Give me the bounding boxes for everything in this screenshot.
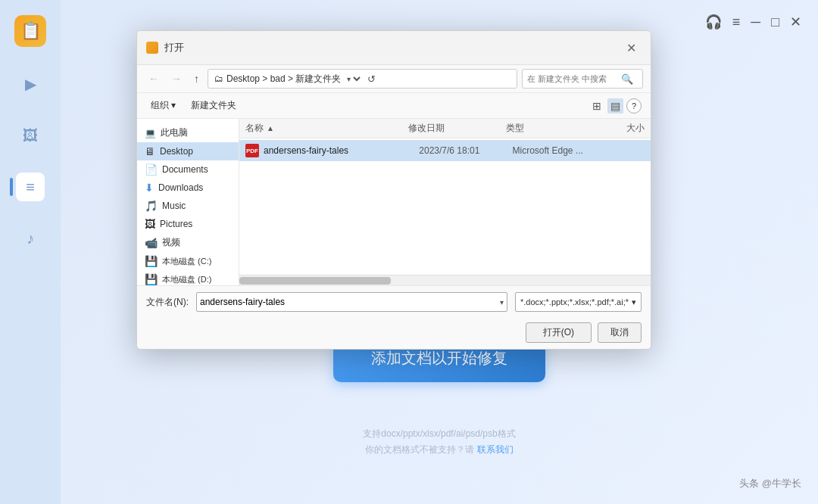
nav-up-button[interactable]: ↑ [190, 70, 203, 87]
sidebar-item-music[interactable]: ♪ [16, 224, 45, 253]
doc-icon: ≡ [26, 179, 35, 196]
nav-item-drive-c[interactable]: 💾 本地磁盘 (C:) [137, 252, 239, 270]
filetype-dropdown-icon: ▾ [632, 297, 636, 307]
col-size-label: 大小 [626, 123, 645, 133]
documents-icon: 📄 [145, 163, 158, 176]
search-icon: 🔍 [621, 73, 633, 85]
search-bar: 🔍 [522, 69, 643, 89]
file-list-header: 名称 ▲ 修改日期 类型 大小 [239, 119, 651, 138]
file-open-dialog: 打开 ✕ ← → ↑ 🗂 Desktop > bad > 新建文件夹 ▾ ↺ 🔍 [136, 30, 651, 350]
help-button[interactable]: ? [626, 98, 642, 114]
address-refresh-button[interactable]: ↺ [366, 72, 377, 86]
col-name-header[interactable]: 名称 ▲ [245, 122, 408, 135]
nav-item-pictures-label: Pictures [160, 219, 192, 229]
app-logo: 📋 [14, 15, 46, 47]
drive-d-icon: 💾 [145, 273, 158, 285]
organize-button[interactable]: 组织 ▾ [146, 97, 180, 114]
col-type-label: 类型 [506, 123, 524, 133]
nav-this-pc-label: 此电脑 [161, 126, 188, 139]
support-unsupported-text: 你的文档格式不被支持？请 [365, 444, 474, 455]
filename-input-wrap[interactable]: ▾ [196, 292, 507, 312]
filename-label: 文件名(N): [146, 296, 189, 309]
desktop-icon: 🖥 [145, 145, 155, 157]
dialog-title: 打开 [146, 41, 184, 54]
nav-item-drive-c-label: 本地磁盘 (C:) [162, 256, 211, 267]
sidebar-item-image[interactable]: 🖼 [16, 121, 45, 150]
file-list-container: 名称 ▲ 修改日期 类型 大小 PDF [239, 119, 651, 285]
watermark: 头条 @牛学长 [739, 477, 801, 490]
horizontal-scrollbar[interactable] [239, 275, 651, 285]
pc-icon: 💻 [145, 128, 156, 138]
nav-item-music[interactable]: 🎵 Music [137, 197, 239, 215]
nav-item-documents-label: Documents [162, 164, 208, 175]
nav-item-desktop[interactable]: 🖥 Desktop [137, 142, 239, 160]
file-date-cell: 2023/7/6 18:01 [419, 145, 512, 156]
dialog-bottom-bar: 文件名(N): ▾ *.docx;*.pptx;*.xlsx;*.pdf;*.a… [137, 285, 651, 349]
dialog-body: 💻 此电脑 🖥 Desktop 📄 Documents ⬇ Downloads … [137, 119, 651, 285]
contact-link[interactable]: 联系我们 [477, 444, 514, 455]
filename-input[interactable] [200, 297, 500, 307]
col-name-label: 名称 [245, 122, 264, 135]
dialog-close-button[interactable]: ✕ [620, 37, 642, 58]
pictures-icon: 🖼 [145, 218, 155, 230]
music-nav-icon: 🎵 [145, 200, 158, 212]
dialog-nav-toolbar: ← → ↑ 🗂 Desktop > bad > 新建文件夹 ▾ ↺ 🔍 [137, 65, 651, 93]
dialog-title-text: 打开 [164, 41, 184, 54]
file-list: PDF andersens-fairy-tales 2023/7/6 18:01… [239, 138, 651, 275]
nav-item-drive-d-label: 本地磁盘 (D:) [162, 274, 211, 285]
filetype-select[interactable]: *.docx;*.pptx;*.xlsx;*.pdf;*.ai;* ▾ [515, 292, 642, 312]
dialog-buttons-row: 打开(O) 取消 [146, 319, 642, 343]
cancel-button[interactable]: 取消 [598, 322, 642, 343]
dialog-actions-bar: 组织 ▾ 新建文件夹 ⊞ ▤ ? [137, 93, 651, 119]
nav-item-downloads-label: Downloads [158, 182, 203, 193]
filetype-value: *.docx;*.pptx;*.xlsx;*.pdf;*.ai;* [520, 297, 629, 306]
nav-item-desktop-label: Desktop [160, 146, 193, 157]
search-input[interactable] [527, 74, 618, 83]
nav-forward-button[interactable]: → [167, 70, 186, 87]
image-icon: 🖼 [23, 127, 38, 145]
dialog-titlebar: 打开 ✕ [137, 31, 651, 65]
nav-item-video-label: 视频 [162, 236, 180, 249]
file-name-cell: andersens-fairy-tales [264, 145, 419, 156]
col-date-header[interactable]: 修改日期 [408, 122, 506, 135]
table-row[interactable]: PDF andersens-fairy-tales 2023/7/6 18:01… [239, 140, 651, 161]
nav-item-music-label: Music [162, 201, 186, 211]
sidebar-item-doc[interactable]: ≡ [16, 173, 45, 201]
new-folder-button[interactable]: 新建文件夹 [186, 97, 241, 114]
filename-dropdown-button[interactable]: ▾ [500, 298, 504, 306]
support-text: 支持docx/pptx/xlsx/pdf/ai/psd/psb格式 你的文档格式… [61, 426, 818, 459]
nav-item-documents[interactable]: 📄 Documents [137, 160, 239, 179]
open-button[interactable]: 打开(O) [526, 322, 592, 343]
address-bar[interactable]: 🗂 Desktop > bad > 新建文件夹 ▾ ↺ [208, 69, 517, 89]
view-icons: ⊞ ▤ ? [589, 98, 642, 114]
view-list-button[interactable]: ▤ [607, 98, 623, 114]
address-breadcrumb-icon: 🗂 [214, 73, 223, 84]
dialog-title-icon [146, 42, 158, 54]
sort-icon: ▲ [267, 124, 274, 132]
video-nav-icon: 📹 [145, 237, 158, 249]
col-type-header[interactable]: 类型 [506, 122, 604, 135]
music-icon: ♪ [27, 230, 34, 247]
nav-item-video[interactable]: 📹 视频 [137, 233, 239, 252]
address-dropdown[interactable]: ▾ [344, 74, 363, 84]
nav-item-downloads[interactable]: ⬇ Downloads [137, 179, 239, 197]
sidebar: 📋 ▶ 🖼 ≡ ♪ [0, 0, 61, 504]
nav-back-button[interactable]: ← [145, 70, 163, 87]
address-breadcrumb-text: Desktop > bad > 新建文件夹 [226, 73, 341, 86]
file-icon: PDF [245, 144, 259, 157]
downloads-icon: ⬇ [145, 182, 154, 194]
col-size-header[interactable]: 大小 [604, 122, 645, 135]
video-icon: ▶ [25, 75, 36, 93]
col-date-label: 修改日期 [408, 123, 445, 133]
support-contact-row: 你的文档格式不被支持？请 联系我们 [61, 442, 818, 459]
nav-panel: 💻 此电脑 🖥 Desktop 📄 Documents ⬇ Downloads … [137, 119, 239, 285]
nav-this-pc[interactable]: 💻 此电脑 [137, 123, 239, 142]
view-details-button[interactable]: ⊞ [589, 98, 604, 114]
nav-item-pictures[interactable]: 🖼 Pictures [137, 215, 239, 233]
sidebar-item-video[interactable]: ▶ [16, 70, 45, 98]
support-formats-text: 支持docx/pptx/xlsx/pdf/ai/psd/psb格式 [61, 426, 818, 443]
scrollbar-thumb[interactable] [239, 277, 391, 285]
organize-label: 组织 ▾ [151, 99, 176, 112]
nav-item-drive-d[interactable]: 💾 本地磁盘 (D:) [137, 270, 239, 285]
drive-c-icon: 💾 [145, 255, 158, 267]
